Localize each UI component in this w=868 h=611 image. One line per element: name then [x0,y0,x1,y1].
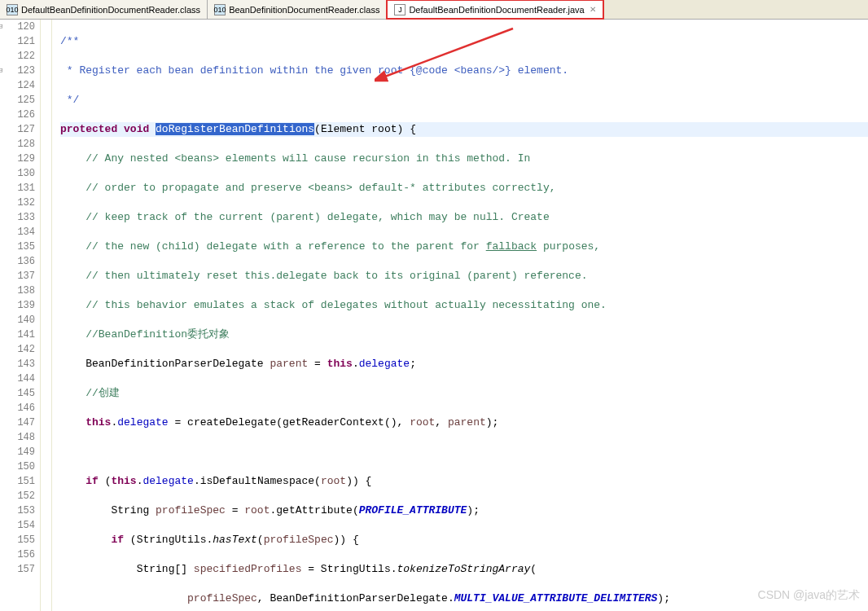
tab-class-2[interactable]: 010BeanDefinitionDocumentReader.class [208,0,387,19]
comment: // then ultimately reset this.delegate b… [85,270,587,282]
comment: // this behavior emulates a stack of del… [85,299,607,311]
class-file-icon: 010 [7,4,18,15]
javadoc: */ [60,94,79,106]
close-icon[interactable]: ✕ [590,5,596,14]
java-file-icon: J [394,4,406,15]
tab-label: BeanDefinitionDocumentReader.class [229,5,379,15]
code-editor[interactable]: 120⊟121122123⊟12412512612712812913013113… [0,20,868,611]
code-area[interactable]: /** * Register each bean definition with… [52,20,868,611]
javadoc: /** [60,35,79,47]
comment: //创建 [85,387,120,399]
tab-class-1[interactable]: 010DefaultBeanDefinitionDocumentReader.c… [0,0,208,19]
class-file-icon: 010 [214,4,226,15]
line-number-gutter: 120⊟121122123⊟12412512612712812913013113… [0,20,41,611]
watermark: CSDN @java的艺术 [758,588,860,603]
comment: //BeanDefinition委托对象 [85,328,230,341]
comment: // keep track of the current (parent) de… [85,211,550,223]
selected-method-name: doRegisterBeanDefinitions [156,123,314,135]
tab-label: DefaultBeanDefinitionDocumentReader.clas… [21,5,200,15]
tab-java-active[interactable]: JDefaultBeanDefinitionDocumentReader.jav… [386,0,603,20]
highlighted-line: protected void doRegisterBeanDefinitions… [60,122,868,137]
comment: // order to propagate and preserve <bean… [85,182,555,194]
javadoc: * Register each bean definition within t… [60,64,568,77]
editor-tabs: 010DefaultBeanDefinitionDocumentReader.c… [0,0,868,20]
comment: // Any nested <beans> elements will caus… [85,152,530,165]
fold-marker-column [41,20,52,611]
tab-label: DefaultBeanDefinitionDocumentReader.java [409,5,584,15]
